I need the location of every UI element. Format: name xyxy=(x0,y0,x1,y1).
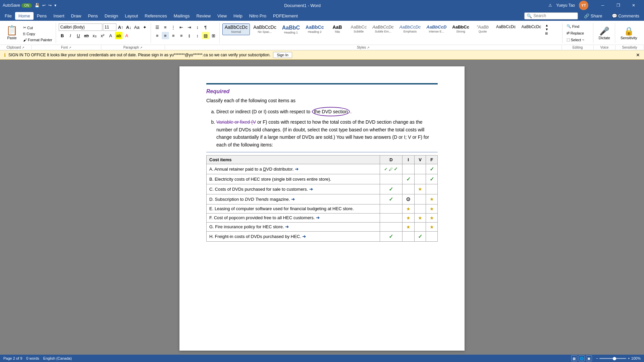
redo-icon[interactable]: ↪ xyxy=(48,3,52,8)
web-view-button[interactable]: 🌐 xyxy=(579,355,585,361)
clear-format-button[interactable]: ✦ xyxy=(141,23,149,31)
styles-scroll-up[interactable]: ▲ xyxy=(545,23,548,27)
strikethrough-button[interactable]: ab xyxy=(83,32,90,39)
paste-button[interactable]: 📋 Paste xyxy=(3,23,20,41)
style-title[interactable]: AaB Title xyxy=(327,23,347,35)
menu-help[interactable]: Help xyxy=(230,12,246,20)
style-extra2[interactable]: AaBbCcDc xyxy=(519,23,544,35)
avatar[interactable]: YT xyxy=(579,1,588,10)
autosave-toggle[interactable]: ON xyxy=(21,3,32,8)
cut-button[interactable]: ✂ Cut xyxy=(22,25,54,31)
style-quote[interactable]: "AaBb Quote xyxy=(473,23,493,35)
row-f-v: ★ xyxy=(414,213,426,222)
text-effects-button[interactable]: A xyxy=(107,32,114,39)
text-highlight-button[interactable]: ab xyxy=(115,32,122,39)
document-area[interactable]: Required Classify each of the following … xyxy=(0,60,644,357)
font-grow-button[interactable]: A↑ xyxy=(117,23,124,31)
shading-button[interactable]: ▨ xyxy=(202,32,209,39)
style-emphasis[interactable]: AaBbCcDc Emphasis xyxy=(397,23,423,35)
style-strong[interactable]: AaBbCc Strong xyxy=(450,23,472,35)
find-button[interactable]: 🔍 Find xyxy=(565,23,581,29)
style-subtitle[interactable]: AaBbCc Subtitle xyxy=(348,23,369,35)
menu-nitro[interactable]: Nitro Pro xyxy=(246,12,270,20)
replace-button[interactable]: ⇄ Replace xyxy=(565,30,585,36)
menu-insert[interactable]: Insert xyxy=(50,12,68,20)
subscript-button[interactable]: x₂ xyxy=(91,32,98,39)
font-color-button[interactable]: A xyxy=(123,32,130,39)
menu-pdfelement[interactable]: PDFElement xyxy=(270,12,301,20)
multilevel-list-button[interactable]: ⋮ xyxy=(170,23,177,31)
menu-home[interactable]: Home xyxy=(15,12,34,20)
sign-in-button[interactable]: Sign In xyxy=(273,52,292,58)
zoom-in-button[interactable]: + xyxy=(628,356,630,360)
menu-design[interactable]: Design xyxy=(101,12,121,20)
undo-icon[interactable]: ↩ xyxy=(42,3,46,8)
close-button[interactable]: ✕ xyxy=(626,0,641,11)
focus-view-button[interactable]: ▣ xyxy=(586,355,592,361)
search-input[interactable] xyxy=(533,13,574,18)
clipboard-expand[interactable]: ↗ xyxy=(22,46,24,49)
zoom-thumb[interactable] xyxy=(613,357,616,360)
copy-button[interactable]: ⎘ Copy xyxy=(22,31,54,37)
styles-expand-icon[interactable]: ↗ xyxy=(367,46,370,49)
zoom-out-button[interactable]: − xyxy=(596,356,598,360)
increase-indent-button[interactable]: ⇥ xyxy=(186,23,193,31)
align-left-button[interactable]: ≡ xyxy=(154,32,161,39)
menu-references[interactable]: References xyxy=(141,12,170,20)
menu-draw[interactable]: Draw xyxy=(68,12,85,20)
menu-review[interactable]: Review xyxy=(193,12,214,20)
sensitivity-button[interactable]: 🔒 Sensitivity xyxy=(618,25,640,41)
menu-file[interactable]: File xyxy=(1,12,15,20)
format-painter-button[interactable]: 🖌 Format Painter xyxy=(22,37,54,43)
number-list-button[interactable]: ≡ xyxy=(162,23,169,31)
column-button[interactable]: ⫿ xyxy=(186,32,193,39)
superscript-button[interactable]: x² xyxy=(99,32,106,39)
style-heading1[interactable]: AaBbC Heading 1 xyxy=(280,23,302,35)
print-view-button[interactable]: ▦ xyxy=(571,355,577,361)
row-e-v xyxy=(414,204,426,213)
style-normal[interactable]: AaBbCcDc Normal xyxy=(222,23,250,35)
font-expand[interactable]: ↗ xyxy=(69,46,71,49)
style-no-spacing[interactable]: AaBbCcDc No Spac... xyxy=(251,23,278,35)
align-center-button[interactable]: ≡ xyxy=(162,32,169,39)
change-case-button[interactable]: Aa xyxy=(133,23,141,31)
notification-close[interactable]: ✕ xyxy=(636,52,640,58)
sort-button[interactable]: ↕ xyxy=(194,23,201,31)
dictate-button[interactable]: 🎤 Dictate xyxy=(596,25,613,41)
font-name-input[interactable] xyxy=(59,23,102,31)
italic-button[interactable]: I xyxy=(67,32,74,39)
line-spacing-button[interactable]: ↕ xyxy=(194,32,201,39)
paragraph-expand[interactable]: ↗ xyxy=(140,46,143,49)
menu-pens2[interactable]: Pens xyxy=(85,12,101,20)
font-size-input[interactable] xyxy=(103,23,116,31)
minimize-button[interactable]: ─ xyxy=(595,0,610,11)
styles-scroll-down[interactable]: ▼ xyxy=(545,27,548,31)
search-box[interactable]: 🔍 xyxy=(524,12,578,19)
comments-button[interactable]: 💬 Comments xyxy=(608,12,643,20)
cost-items-table: Cost items D I V F A. Annual retainer pa… xyxy=(206,155,438,242)
justify-button[interactable]: ≡ xyxy=(178,32,185,39)
borders-button[interactable]: ⊞ xyxy=(210,32,217,39)
show-hide-button[interactable]: ¶ xyxy=(202,23,209,31)
decrease-indent-button[interactable]: ⇤ xyxy=(178,23,185,31)
select-button[interactable]: ⬚ Select ~ xyxy=(565,37,586,43)
style-subtle-em[interactable]: AaBbCcDc Subtle Em... xyxy=(370,23,396,35)
bold-button[interactable]: B xyxy=(59,32,66,39)
style-heading2[interactable]: AaBbCc Heading 2 xyxy=(303,23,326,35)
underline-button[interactable]: U xyxy=(75,32,82,39)
align-right-button[interactable]: ≡ xyxy=(170,32,177,39)
menu-layout[interactable]: Layout xyxy=(121,12,141,20)
zoom-slider[interactable] xyxy=(599,358,626,359)
style-intense-em[interactable]: AaBbCcD Intense E... xyxy=(424,23,449,35)
row-a-i xyxy=(402,164,414,174)
menu-pens[interactable]: Pens xyxy=(34,12,50,20)
style-extra1[interactable]: AaBbCcDc xyxy=(494,23,518,35)
bullet-list-button[interactable]: ☰ xyxy=(154,23,161,31)
maximize-button[interactable]: ❐ xyxy=(610,0,626,11)
styles-expand[interactable]: ⊞ xyxy=(545,32,548,35)
menu-view[interactable]: View xyxy=(214,12,230,20)
save-icon[interactable]: 💾 xyxy=(35,3,40,8)
font-shrink-button[interactable]: A↓ xyxy=(125,23,132,31)
share-button[interactable]: 🔗 Share xyxy=(581,12,605,20)
menu-mailings[interactable]: Mailings xyxy=(170,12,193,20)
